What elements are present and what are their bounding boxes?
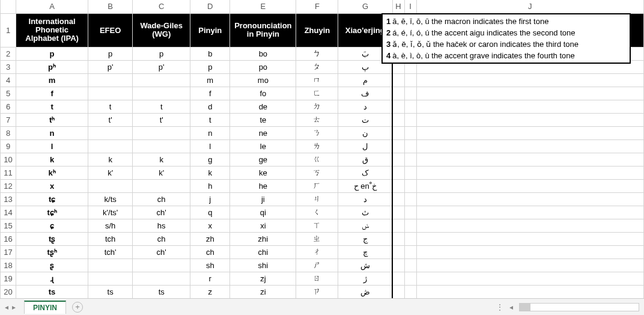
cell[interactable]: t — [190, 113, 230, 126]
cell[interactable] — [416, 126, 643, 139]
row-header[interactable]: 19 — [1, 272, 16, 285]
cell[interactable]: ㄏ — [296, 179, 338, 192]
row-header[interactable]: 13 — [1, 192, 16, 206]
cell[interactable]: p — [16, 47, 88, 60]
cell[interactable]: ㄎ — [296, 166, 338, 179]
cell[interactable] — [416, 166, 643, 179]
cell[interactable] — [392, 192, 404, 206]
cell[interactable]: ق — [338, 153, 392, 166]
cell[interactable] — [404, 100, 416, 113]
cell[interactable]: xi — [230, 219, 296, 232]
cell[interactable] — [88, 139, 133, 153]
cell[interactable]: k' — [88, 166, 133, 179]
cell[interactable] — [88, 258, 133, 272]
scrollbar-thumb[interactable] — [520, 304, 530, 311]
cell[interactable] — [392, 153, 404, 166]
cell[interactable]: l — [16, 139, 88, 153]
horizontal-scrollbar[interactable] — [519, 303, 639, 311]
cell[interactable]: r — [190, 272, 230, 285]
cell[interactable] — [392, 166, 404, 179]
cell[interactable]: ㄈ — [296, 87, 338, 100]
cell[interactable] — [416, 258, 643, 272]
col-header[interactable]: E — [230, 0, 296, 13]
cell[interactable]: ㄊ — [296, 113, 338, 126]
cell[interactable] — [133, 258, 190, 272]
column-header-row[interactable]: A B C D E F G H I J — [1, 0, 644, 13]
cell[interactable]: ts — [16, 285, 88, 298]
cell[interactable] — [416, 113, 643, 126]
row-header[interactable]: 14 — [1, 206, 16, 219]
cell[interactable]: k'/ts' — [88, 206, 133, 219]
cell[interactable]: k — [16, 153, 88, 166]
cell[interactable] — [392, 232, 404, 245]
cell[interactable]: hs — [133, 219, 190, 232]
cell[interactable]: م — [338, 73, 392, 87]
cell[interactable] — [404, 113, 416, 126]
cell[interactable]: ㄉ — [296, 100, 338, 113]
cell[interactable] — [133, 139, 190, 153]
col-header[interactable]: H — [392, 0, 404, 13]
cell[interactable]: chi — [230, 245, 296, 258]
cell[interactable]: sh — [190, 258, 230, 272]
cell[interactable] — [416, 179, 643, 192]
cell[interactable] — [392, 258, 404, 272]
cell[interactable]: g — [190, 153, 230, 166]
cell[interactable]: k/ts — [88, 192, 133, 206]
col-header[interactable]: D — [190, 0, 230, 13]
cell[interactable]: t — [133, 100, 190, 113]
cell[interactable]: د — [338, 100, 392, 113]
col-header[interactable]: I — [404, 0, 416, 13]
cell[interactable]: de — [230, 100, 296, 113]
cell[interactable] — [404, 232, 416, 245]
cell[interactable]: ch — [133, 232, 190, 245]
cell[interactable]: ش — [338, 258, 392, 272]
cell[interactable] — [88, 73, 133, 87]
cell[interactable]: kʰ — [16, 166, 88, 179]
cell[interactable] — [416, 285, 643, 298]
cell[interactable] — [404, 219, 416, 232]
sheet-tab-active[interactable]: PINYIN — [24, 301, 66, 314]
cell[interactable] — [416, 73, 643, 87]
cell[interactable]: ㄑ — [296, 206, 338, 219]
cell[interactable]: tɕʰ — [16, 206, 88, 219]
cell[interactable] — [416, 219, 643, 232]
col-header[interactable]: J — [416, 0, 643, 13]
cell[interactable] — [404, 285, 416, 298]
cell[interactable]: f — [190, 87, 230, 100]
col-header[interactable]: C — [133, 0, 190, 13]
cell[interactable]: ne — [230, 126, 296, 139]
cell[interactable]: tʂʰ — [16, 245, 88, 258]
row-header[interactable]: 7 — [1, 113, 16, 126]
cell[interactable] — [404, 192, 416, 206]
cell[interactable]: zh — [190, 232, 230, 245]
cell[interactable]: ㄓ — [296, 232, 338, 245]
cell[interactable] — [416, 245, 643, 258]
cell[interactable] — [392, 285, 404, 298]
cell[interactable]: po — [230, 60, 296, 73]
cell[interactable] — [404, 245, 416, 258]
cell[interactable] — [133, 126, 190, 139]
col-header[interactable]: B — [88, 0, 133, 13]
cell[interactable]: ح en ْخ — [338, 179, 392, 192]
cell[interactable]: ڞ — [338, 285, 392, 298]
cell[interactable] — [392, 272, 404, 285]
cell[interactable]: p — [133, 47, 190, 60]
cell[interactable]: z — [190, 285, 230, 298]
cell[interactable] — [133, 87, 190, 100]
cell[interactable]: fo — [230, 87, 296, 100]
cell[interactable] — [404, 87, 416, 100]
cell[interactable]: tʂ — [16, 232, 88, 245]
cell[interactable]: shi — [230, 258, 296, 272]
cell[interactable]: p — [88, 47, 133, 60]
cell[interactable]: ㄖ — [296, 272, 338, 285]
cell[interactable]: ts — [133, 285, 190, 298]
cell[interactable]: t — [88, 100, 133, 113]
cell[interactable]: p' — [133, 60, 190, 73]
cell[interactable]: ن — [338, 126, 392, 139]
cell[interactable] — [392, 139, 404, 153]
cell[interactable]: ㄔ — [296, 245, 338, 258]
cell[interactable]: ji — [230, 192, 296, 206]
cell[interactable]: ف — [338, 87, 392, 100]
cell[interactable]: t' — [88, 113, 133, 126]
cell[interactable] — [404, 153, 416, 166]
